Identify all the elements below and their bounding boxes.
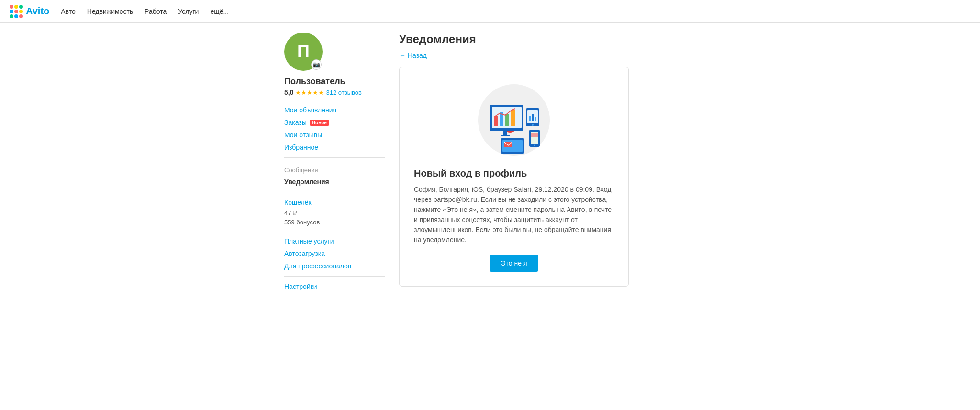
- sidebar-paid-services[interactable]: Платные услуги: [284, 235, 385, 247]
- content-area: Уведомления ← Назад !: [399, 33, 696, 293]
- svg-rect-9: [529, 116, 531, 121]
- sidebar-divider-4: [284, 276, 385, 277]
- stars: ★★★★★: [295, 89, 324, 96]
- back-link[interactable]: ← Назад: [399, 52, 427, 59]
- not-me-button[interactable]: Это не я: [490, 255, 539, 272]
- sidebar-messages-section: Сообщения: [284, 162, 385, 176]
- camera-icon[interactable]: 📷: [311, 59, 322, 70]
- svg-rect-23: [501, 135, 510, 136]
- user-initial: П: [297, 42, 310, 62]
- sidebar-orders-label: Заказы: [284, 119, 307, 126]
- user-avatar-container: П 📷: [284, 33, 323, 71]
- logo-dots-grid: [10, 5, 23, 18]
- sidebar-orders[interactable]: Заказы Новое: [284, 116, 385, 129]
- svg-rect-21: [511, 110, 515, 126]
- sidebar: П 📷 Пользователь 5,0 ★★★★★ 312 отзывов М…: [284, 33, 385, 293]
- sidebar-autoload[interactable]: Автозагрузка: [284, 247, 385, 260]
- nav-realestate[interactable]: Недвижимость: [87, 8, 133, 15]
- logo-dot-7: [10, 14, 13, 18]
- svg-point-8: [532, 124, 534, 126]
- logo-dot-3: [19, 5, 23, 9]
- notification-svg-illustration: !: [476, 82, 552, 158]
- page-title: Уведомления: [399, 33, 696, 46]
- svg-rect-22: [503, 131, 507, 135]
- sidebar-my-listings[interactable]: Мои объявления: [284, 104, 385, 116]
- notification-title: Новый вход в профиль: [414, 168, 614, 179]
- rating-value: 5,0: [284, 89, 293, 96]
- logo-dot-5: [14, 10, 18, 13]
- sidebar-for-professionals[interactable]: Для профессионалов: [284, 260, 385, 272]
- orders-badge: Новое: [310, 120, 329, 126]
- logo-dot-1: [10, 5, 13, 9]
- nav-jobs[interactable]: Работа: [145, 8, 167, 15]
- logo-dot-9: [19, 14, 23, 18]
- notification-card: !: [399, 67, 629, 287]
- nav-more[interactable]: ещё...: [210, 8, 229, 15]
- top-navigation: Avito Авто Недвижимость Работа Услуги ещ…: [0, 0, 980, 23]
- svg-point-14: [534, 145, 535, 146]
- logo-text: Avito: [26, 6, 49, 17]
- avito-logo[interactable]: Avito: [10, 5, 49, 18]
- sidebar-divider-2: [284, 192, 385, 192]
- sidebar-my-reviews[interactable]: Мои отзывы: [284, 129, 385, 141]
- svg-rect-11: [535, 117, 536, 121]
- user-name: Пользователь: [284, 77, 385, 87]
- logo-dot-2: [14, 5, 18, 9]
- svg-rect-18: [494, 116, 498, 126]
- notification-text: София, Болгария, iOS, браузер Safari, 29…: [414, 185, 614, 245]
- sidebar-divider-3: [284, 231, 385, 231]
- logo-dot-4: [10, 10, 13, 13]
- wallet-amount: 47 ₽: [284, 209, 385, 218]
- sidebar-nav: Мои объявления Заказы Новое Мои отзывы И…: [284, 104, 385, 293]
- logo-dot-8: [14, 14, 18, 18]
- bonus-amount: 559 бонусов: [284, 218, 385, 227]
- sidebar-divider-1: [284, 157, 385, 158]
- sidebar-wallet[interactable]: Кошелёк: [284, 196, 385, 209]
- user-rating: 5,0 ★★★★★ 312 отзывов: [284, 89, 385, 96]
- nav-auto[interactable]: Авто: [61, 8, 76, 15]
- sidebar-notifications[interactable]: Уведомления: [284, 176, 385, 188]
- notification-illustration: !: [414, 82, 614, 158]
- svg-rect-15: [531, 133, 538, 137]
- logo-dot-6: [19, 10, 23, 13]
- sidebar-settings[interactable]: Настройки: [284, 280, 385, 293]
- svg-rect-20: [505, 114, 509, 126]
- sidebar-favorites[interactable]: Избранное: [284, 141, 385, 154]
- main-container: П 📷 Пользователь 5,0 ★★★★★ 312 отзывов М…: [275, 33, 705, 293]
- svg-rect-10: [532, 114, 534, 121]
- reviews-count-link[interactable]: 312 отзывов: [326, 89, 361, 96]
- nav-services[interactable]: Услуги: [178, 8, 199, 15]
